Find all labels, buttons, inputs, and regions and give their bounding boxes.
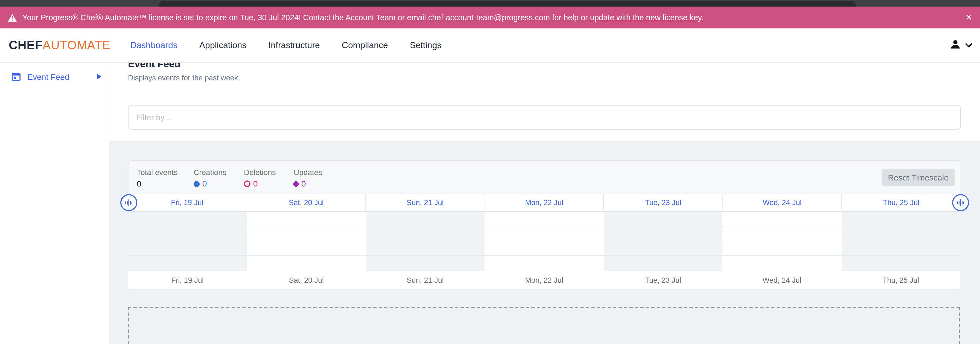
footer-day-label: Tue, 23 Jul	[603, 276, 722, 284]
timeline-column-sun	[366, 212, 485, 271]
stat-total-events: Total events 0	[137, 167, 194, 189]
logo-automate-text: AUTOMATE	[43, 38, 110, 52]
stat-label: Deletions	[244, 167, 294, 177]
app-header: CHEFAUTOMATE Dashboards Applications Inf…	[0, 29, 980, 63]
updates-marker-icon	[293, 180, 299, 187]
stat-value: 0	[294, 179, 322, 189]
stat-number: 0	[301, 179, 306, 189]
day-header-cell: Thu, 25 Jul	[842, 194, 960, 211]
footer-day-label: Sun, 21 Jul	[366, 276, 485, 284]
guitar-string-drop-zone	[128, 307, 960, 344]
footer-day-label: Sat, 20 Jul	[247, 276, 366, 284]
timescale-slider-right-button[interactable]	[952, 194, 969, 211]
sidebar-item-event-feed[interactable]: Event Feed	[0, 69, 109, 84]
day-header-cell: Sat, 20 Jul	[247, 194, 366, 211]
day-header-cell: Wed, 24 Jul	[723, 194, 842, 211]
day-link-thu[interactable]: Thu, 25 Jul	[883, 199, 920, 207]
user-menu[interactable]	[950, 38, 972, 53]
day-header-cell: Mon, 22 Jul	[485, 194, 604, 211]
day-link-fri[interactable]: Fri, 19 Jul	[171, 199, 204, 207]
stat-value: 0	[194, 179, 244, 189]
day-link-wed[interactable]: Wed, 24 Jul	[763, 199, 802, 207]
nav-item-settings[interactable]: Settings	[410, 40, 442, 50]
day-link-sun[interactable]: Sun, 21 Jul	[407, 199, 444, 207]
license-message: Your Progress® Chef® Automate™ license i…	[22, 13, 703, 22]
day-link-sat[interactable]: Sat, 20 Jul	[289, 199, 324, 207]
stat-creations: Creations 0	[194, 167, 244, 189]
timeline-column-sat	[247, 212, 366, 271]
license-message-text: Your Progress® Chef® Automate™ license i…	[22, 13, 590, 22]
nav-item-compliance[interactable]: Compliance	[342, 40, 388, 50]
app-window: Your Progress® Chef® Automate™ license i…	[0, 0, 980, 344]
creations-marker-icon	[194, 181, 200, 187]
stat-number: 0	[202, 179, 207, 189]
day-link-mon[interactable]: Mon, 22 Jul	[525, 199, 563, 207]
nav-item-applications[interactable]: Applications	[199, 40, 247, 50]
main-nav: Dashboards Applications Infrastructure C…	[130, 40, 441, 50]
stat-deletions: Deletions 0	[244, 167, 294, 189]
event-timeline-grid: Fri, 19 Jul Sat, 20 Jul Sun, 21 Jul Mon,…	[128, 194, 960, 289]
browser-chrome-bar	[0, 0, 980, 6]
event-stats: Total events 0 Creations 0 Deletions 0 U…	[137, 167, 322, 189]
day-header-cell: Tue, 23 Jul	[604, 194, 723, 211]
user-icon	[950, 38, 961, 53]
timeline-footer-labels: Fri, 19 Jul Sat, 20 Jul Sun, 21 Jul Mon,…	[128, 271, 960, 289]
footer-day-label: Mon, 22 Jul	[485, 276, 604, 284]
nav-item-dashboards[interactable]: Dashboards	[130, 40, 177, 50]
footer-day-label: Fri, 19 Jul	[128, 276, 247, 284]
stat-label: Updates	[294, 167, 322, 177]
update-license-link[interactable]: update with the new license key.	[590, 13, 703, 22]
timeline-column-tue	[603, 212, 722, 271]
stat-label: Total events	[137, 167, 194, 177]
timeline-column-mon	[485, 212, 604, 271]
page-subtitle: Displays events for the past week.	[128, 74, 240, 82]
stat-updates: Updates 0	[294, 167, 322, 189]
timeline-column-fri	[128, 212, 247, 271]
day-header-cell: Sun, 21 Jul	[366, 194, 485, 211]
expand-arrow-icon	[97, 74, 101, 79]
nav-item-infrastructure[interactable]: Infrastructure	[268, 40, 320, 50]
reset-timescale-button[interactable]: Reset Timescale	[881, 169, 955, 186]
stat-label: Creations	[194, 167, 244, 177]
logo-chef-text: CHEF	[9, 38, 43, 52]
page-title: Event Feed	[128, 63, 180, 71]
warning-icon	[8, 13, 17, 22]
main-content: Event Feed Displays events for the past …	[110, 63, 980, 344]
chevron-down-icon	[965, 40, 972, 50]
close-icon[interactable]: ✕	[966, 6, 972, 29]
calendar-icon	[11, 72, 21, 82]
timescale-slider-left-button[interactable]	[120, 194, 137, 211]
timeline-column-thu	[842, 212, 960, 271]
browser-tab-shape	[159, 1, 856, 6]
day-header-cell: Fri, 19 Jul	[128, 194, 247, 211]
chef-automate-logo[interactable]: CHEFAUTOMATE	[9, 38, 110, 53]
day-link-tue[interactable]: Tue, 23 Jul	[645, 199, 681, 207]
stat-value: 0	[137, 179, 194, 189]
footer-day-label: Thu, 25 Jul	[842, 276, 960, 284]
license-banner: Your Progress® Chef® Automate™ license i…	[0, 6, 980, 29]
timeline-grid-body	[128, 212, 960, 271]
stat-value: 0	[244, 179, 294, 189]
timeline-day-header-row: Fri, 19 Jul Sat, 20 Jul Sun, 21 Jul Mon,…	[128, 194, 960, 212]
sidebar-item-label: Event Feed	[27, 72, 69, 81]
timeline-column-wed	[722, 212, 842, 271]
stat-number: 0	[253, 179, 258, 189]
event-timeline-card: Total events 0 Creations 0 Deletions 0 U…	[128, 160, 960, 289]
deletions-marker-icon	[244, 180, 250, 187]
filter-input[interactable]	[128, 105, 961, 130]
footer-day-label: Wed, 24 Jul	[722, 276, 842, 284]
sidebar: Event Feed	[0, 63, 110, 344]
